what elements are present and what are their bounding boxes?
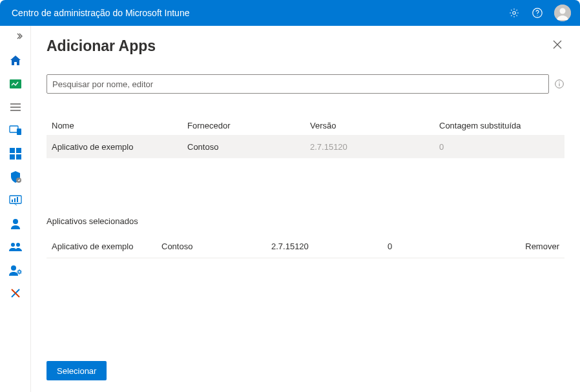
- cell-vendor: Contoso: [187, 142, 310, 152]
- nav-reports-icon[interactable]: [8, 192, 23, 208]
- svg-rect-10: [17, 129, 21, 135]
- topbar: Centro de administração do Microsoft Int…: [0, 0, 580, 26]
- nav-groups-icon[interactable]: [8, 239, 23, 254]
- nav-all-services-icon[interactable]: [8, 99, 23, 115]
- svg-point-15: [16, 178, 21, 183]
- col-version: Versão: [310, 121, 439, 130]
- svg-rect-13: [10, 154, 15, 160]
- remove-link[interactable]: Remover: [504, 242, 559, 251]
- results-header-row: Nome Fornecedor Versão Contagem substitu…: [47, 116, 564, 135]
- svg-rect-19: [17, 197, 18, 202]
- svg-rect-17: [12, 200, 13, 202]
- nav-devices-icon[interactable]: [8, 123, 23, 138]
- svg-rect-5: [10, 79, 21, 88]
- nav-home-icon[interactable]: [8, 53, 23, 68]
- svg-point-21: [13, 219, 18, 224]
- sel-cell-superseded: 0: [388, 242, 504, 251]
- nav-troubleshoot-icon[interactable]: [8, 285, 23, 301]
- sel-cell-vendor: Contoso: [161, 242, 271, 251]
- nav-tenant-admin-icon[interactable]: [8, 262, 23, 278]
- svg-point-25: [18, 271, 21, 273]
- cell-superseded: 0: [439, 142, 559, 152]
- page-title: Adicionar Apps: [47, 37, 156, 55]
- settings-icon[interactable]: [508, 6, 521, 19]
- nav-users-icon[interactable]: [8, 216, 23, 231]
- svg-point-29: [559, 81, 559, 82]
- selected-apps-title: Aplicativos selecionados: [47, 216, 564, 226]
- col-superseded: Contagem substituída: [439, 121, 559, 130]
- select-button[interactable]: Selecionar: [47, 361, 107, 380]
- col-name: Nome: [52, 121, 187, 130]
- col-vendor: Fornecedor: [187, 121, 310, 130]
- app-title: Centro de administração do Microsoft Int…: [12, 8, 508, 18]
- svg-rect-18: [14, 198, 16, 202]
- svg-point-4: [560, 8, 566, 14]
- svg-rect-12: [16, 148, 21, 153]
- nav-dashboard-icon[interactable]: [8, 76, 23, 92]
- svg-point-22: [11, 243, 15, 247]
- svg-point-0: [513, 12, 516, 15]
- sel-cell-name: Aplicativo de exemplo: [52, 242, 161, 251]
- topbar-actions: [508, 5, 571, 21]
- svg-rect-14: [16, 154, 21, 160]
- close-icon[interactable]: [550, 37, 564, 52]
- nav-endpoint-security-icon[interactable]: [8, 169, 23, 185]
- sidebar: [0, 26, 31, 392]
- help-icon[interactable]: [531, 6, 544, 19]
- expand-sidebar-icon[interactable]: [5, 30, 26, 43]
- results-table: Nome Fornecedor Versão Contagem substitu…: [47, 116, 564, 158]
- info-icon[interactable]: [554, 79, 564, 89]
- selected-row: Aplicativo de exemplo Contoso 2.7.15120 …: [47, 235, 564, 258]
- search-input[interactable]: [47, 74, 549, 94]
- results-row[interactable]: Aplicativo de exemplo Contoso 2.7.15120 …: [47, 135, 564, 158]
- user-avatar[interactable]: [554, 5, 571, 21]
- svg-point-24: [11, 265, 16, 271]
- main-panel: Adicionar Apps Nome Fornecedor Versão Co…: [31, 26, 580, 392]
- selected-table: Aplicativo de exemplo Contoso 2.7.15120 …: [47, 235, 564, 258]
- nav-apps-icon[interactable]: [8, 146, 23, 161]
- svg-point-2: [537, 15, 537, 15]
- svg-point-23: [16, 243, 20, 247]
- svg-rect-11: [10, 148, 15, 153]
- cell-name: Aplicativo de exemplo: [52, 142, 187, 152]
- sel-cell-version: 2.7.15120: [271, 242, 388, 251]
- cell-version: 2.7.15120: [310, 142, 439, 152]
